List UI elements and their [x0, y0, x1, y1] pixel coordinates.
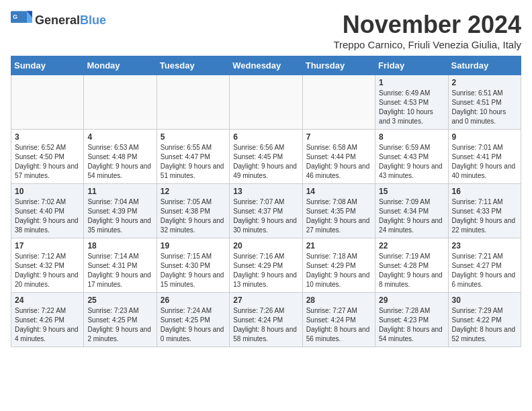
day-number: 9 [452, 132, 517, 142]
calendar-cell: 10Sunrise: 7:02 AM Sunset: 4:40 PM Dayli… [11, 184, 84, 238]
day-info: Sunrise: 7:21 AM Sunset: 4:27 PM Dayligh… [452, 252, 517, 289]
calendar-cell: 18Sunrise: 7:14 AM Sunset: 4:31 PM Dayli… [84, 238, 157, 293]
day-number: 10 [15, 187, 80, 196]
calendar-week-4: 24Sunrise: 7:22 AM Sunset: 4:26 PM Dayli… [11, 293, 521, 347]
day-number: 17 [15, 241, 80, 250]
header-saturday: Saturday [448, 56, 521, 75]
calendar-header-row: SundayMondayTuesdayWednesdayThursdayFrid… [11, 56, 521, 75]
day-info: Sunrise: 7:08 AM Sunset: 4:35 PM Dayligh… [306, 197, 371, 235]
day-info: Sunrise: 7:29 AM Sunset: 4:22 PM Dayligh… [452, 306, 517, 344]
day-number: 29 [379, 295, 444, 305]
day-info: Sunrise: 6:53 AM Sunset: 4:48 PM Dayligh… [87, 143, 152, 181]
calendar-cell: 16Sunrise: 7:11 AM Sunset: 4:33 PM Dayli… [448, 184, 521, 238]
day-number: 21 [306, 241, 371, 250]
header-monday: Monday [84, 56, 157, 75]
day-info: Sunrise: 7:02 AM Sunset: 4:40 PM Dayligh… [15, 197, 80, 235]
day-info: Sunrise: 7:27 AM Sunset: 4:24 PM Dayligh… [306, 306, 371, 344]
calendar-cell: 17Sunrise: 7:12 AM Sunset: 4:32 PM Dayli… [11, 238, 84, 293]
svg-text:G: G [13, 13, 17, 20]
calendar-cell: 27Sunrise: 7:26 AM Sunset: 4:24 PM Dayli… [230, 293, 302, 347]
header-friday: Friday [375, 56, 448, 75]
calendar-cell: 12Sunrise: 7:05 AM Sunset: 4:38 PM Dayli… [157, 184, 229, 238]
day-number: 11 [87, 187, 152, 196]
calendar-cell: 7Sunrise: 6:58 AM Sunset: 4:44 PM Daylig… [302, 130, 375, 184]
calendar-cell: 6Sunrise: 6:56 AM Sunset: 4:45 PM Daylig… [230, 130, 302, 184]
day-info: Sunrise: 6:59 AM Sunset: 4:43 PM Dayligh… [379, 143, 444, 181]
logo-blue: Blue [80, 13, 106, 27]
calendar-cell: 20Sunrise: 7:16 AM Sunset: 4:29 PM Dayli… [230, 238, 302, 293]
day-number: 3 [15, 132, 80, 142]
calendar-week-1: 3Sunrise: 6:52 AM Sunset: 4:50 PM Daylig… [11, 130, 521, 184]
day-number: 28 [306, 295, 371, 305]
header-wednesday: Wednesday [230, 56, 302, 75]
day-info: Sunrise: 7:19 AM Sunset: 4:28 PM Dayligh… [379, 252, 444, 289]
day-info: Sunrise: 7:18 AM Sunset: 4:29 PM Dayligh… [306, 252, 371, 289]
calendar-cell: 26Sunrise: 7:24 AM Sunset: 4:25 PM Dayli… [157, 293, 229, 347]
day-number: 18 [87, 241, 152, 250]
day-number: 20 [233, 241, 298, 250]
calendar-cell: 30Sunrise: 7:29 AM Sunset: 4:22 PM Dayli… [448, 293, 521, 347]
day-number: 13 [233, 187, 298, 196]
day-number: 12 [161, 187, 226, 196]
day-info: Sunrise: 7:05 AM Sunset: 4:38 PM Dayligh… [161, 197, 226, 235]
subtitle: Treppo Carnico, Friuli Venezia Giulia, I… [333, 39, 521, 50]
calendar-week-2: 10Sunrise: 7:02 AM Sunset: 4:40 PM Dayli… [11, 184, 521, 238]
day-info: Sunrise: 6:55 AM Sunset: 4:47 PM Dayligh… [161, 143, 226, 181]
day-number: 14 [306, 187, 371, 196]
calendar-cell: 5Sunrise: 6:55 AM Sunset: 4:47 PM Daylig… [157, 130, 229, 184]
day-info: Sunrise: 7:04 AM Sunset: 4:39 PM Dayligh… [87, 197, 152, 235]
day-number: 19 [161, 241, 226, 250]
day-info: Sunrise: 6:51 AM Sunset: 4:51 PM Dayligh… [452, 89, 517, 126]
day-number: 27 [233, 295, 298, 305]
calendar-cell: 25Sunrise: 7:23 AM Sunset: 4:25 PM Dayli… [84, 293, 157, 347]
day-info: Sunrise: 7:09 AM Sunset: 4:34 PM Dayligh… [379, 197, 444, 235]
calendar-cell [157, 75, 229, 130]
day-number: 4 [87, 132, 152, 142]
day-info: Sunrise: 6:49 AM Sunset: 4:53 PM Dayligh… [379, 89, 444, 126]
day-info: Sunrise: 7:24 AM Sunset: 4:25 PM Dayligh… [161, 306, 226, 344]
day-info: Sunrise: 7:14 AM Sunset: 4:31 PM Dayligh… [87, 252, 152, 289]
calendar-cell: 29Sunrise: 7:28 AM Sunset: 4:23 PM Dayli… [375, 293, 448, 347]
day-info: Sunrise: 7:16 AM Sunset: 4:29 PM Dayligh… [233, 252, 298, 289]
day-info: Sunrise: 6:56 AM Sunset: 4:45 PM Dayligh… [233, 143, 298, 181]
logo-general: General [35, 13, 80, 27]
calendar-cell [302, 75, 375, 130]
day-number: 25 [87, 295, 152, 305]
day-number: 30 [452, 295, 517, 305]
day-number: 5 [161, 132, 226, 142]
day-number: 6 [233, 132, 298, 142]
day-number: 26 [161, 295, 226, 305]
logo-icon: G [11, 11, 32, 30]
day-number: 23 [452, 241, 517, 250]
day-info: Sunrise: 7:15 AM Sunset: 4:30 PM Dayligh… [161, 252, 226, 289]
calendar-cell: 4Sunrise: 6:53 AM Sunset: 4:48 PM Daylig… [84, 130, 157, 184]
day-info: Sunrise: 7:23 AM Sunset: 4:25 PM Dayligh… [87, 306, 152, 344]
calendar-cell: 15Sunrise: 7:09 AM Sunset: 4:34 PM Dayli… [375, 184, 448, 238]
day-info: Sunrise: 7:22 AM Sunset: 4:26 PM Dayligh… [15, 306, 80, 344]
day-info: Sunrise: 7:01 AM Sunset: 4:41 PM Dayligh… [452, 143, 517, 181]
calendar-cell: 11Sunrise: 7:04 AM Sunset: 4:39 PM Dayli… [84, 184, 157, 238]
day-number: 1 [379, 78, 444, 87]
calendar-cell: 22Sunrise: 7:19 AM Sunset: 4:28 PM Dayli… [375, 238, 448, 293]
calendar-cell: 14Sunrise: 7:08 AM Sunset: 4:35 PM Dayli… [302, 184, 375, 238]
title-area: November 2024 Treppo Carnico, Friuli Ven… [333, 11, 521, 50]
calendar-week-0: 1Sunrise: 6:49 AM Sunset: 4:53 PM Daylig… [11, 75, 521, 130]
day-number: 16 [452, 187, 517, 196]
calendar-cell: 3Sunrise: 6:52 AM Sunset: 4:50 PM Daylig… [11, 130, 84, 184]
header: G GeneralBlue November 2024 Treppo Carni… [11, 11, 521, 50]
header-thursday: Thursday [302, 56, 375, 75]
calendar-cell: 8Sunrise: 6:59 AM Sunset: 4:43 PM Daylig… [375, 130, 448, 184]
header-sunday: Sunday [11, 56, 84, 75]
calendar-cell: 13Sunrise: 7:07 AM Sunset: 4:37 PM Dayli… [230, 184, 302, 238]
day-number: 2 [452, 78, 517, 87]
day-number: 15 [379, 187, 444, 196]
day-number: 8 [379, 132, 444, 142]
day-info: Sunrise: 6:52 AM Sunset: 4:50 PM Dayligh… [15, 143, 80, 181]
calendar-cell: 9Sunrise: 7:01 AM Sunset: 4:41 PM Daylig… [448, 130, 521, 184]
calendar-cell: 24Sunrise: 7:22 AM Sunset: 4:26 PM Dayli… [11, 293, 84, 347]
day-info: Sunrise: 6:58 AM Sunset: 4:44 PM Dayligh… [306, 143, 371, 181]
day-info: Sunrise: 7:07 AM Sunset: 4:37 PM Dayligh… [233, 197, 298, 235]
header-tuesday: Tuesday [157, 56, 229, 75]
month-title: November 2024 [333, 11, 521, 39]
day-number: 22 [379, 241, 444, 250]
